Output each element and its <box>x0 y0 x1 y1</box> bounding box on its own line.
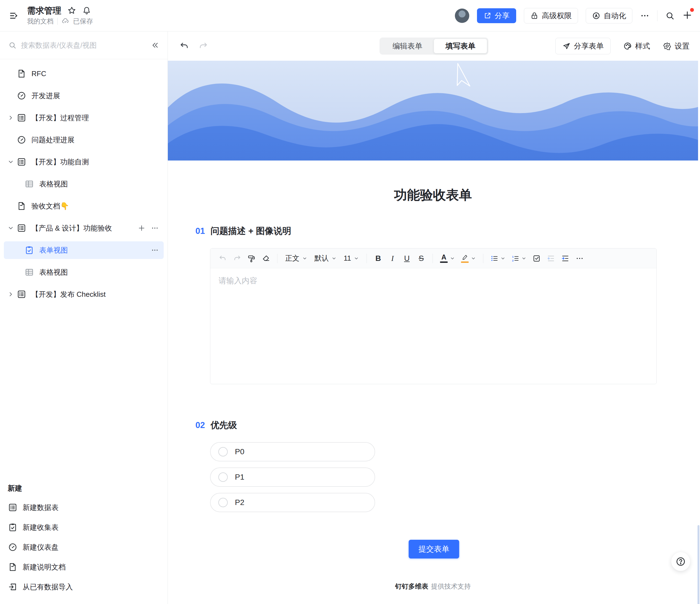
main-area: 编辑表单填写表单 分享表单 样式 设置 <box>168 31 700 604</box>
format-painter-icon[interactable] <box>245 252 258 265</box>
help-button[interactable] <box>671 552 690 571</box>
radio-icon[interactable] <box>218 498 228 507</box>
new-item-label: 新建仪表盘 <box>23 543 58 552</box>
lock-icon <box>530 11 539 20</box>
sidebar-item[interactable]: 【开发】发布 Checklist <box>4 285 164 303</box>
radio-label: P1 <box>235 473 244 481</box>
automation-button[interactable]: 自动化 <box>586 8 632 23</box>
breadcrumb[interactable]: 我的文档 <box>27 18 54 25</box>
table-icon <box>17 157 26 167</box>
sidebar-item[interactable]: 表格视图 <box>4 263 164 281</box>
new-item[interactable]: 新建数据表 <box>0 499 168 516</box>
sidebar-new-section: 新建 新建数据表新建收集表新建仪表盘新建说明文档从已有数据导入 <box>0 483 168 598</box>
grid-icon <box>24 267 34 277</box>
priority-option-p2[interactable]: P2 <box>210 493 375 512</box>
highlight-color-button[interactable] <box>459 252 478 265</box>
font-family-select[interactable]: 默认 <box>311 252 339 265</box>
new-item[interactable]: 从已有数据导入 <box>0 578 168 596</box>
sidebar-item[interactable]: 开发进展 <box>4 87 164 105</box>
table-icon <box>17 223 26 233</box>
bullet-list-button[interactable] <box>488 252 508 265</box>
sidebar-item[interactable]: 【开发】功能自测 <box>4 153 164 171</box>
new-item-label: 从已有数据导入 <box>23 582 73 592</box>
eraser-icon[interactable] <box>259 252 272 265</box>
more-options-icon[interactable] <box>151 246 159 254</box>
text-color-button[interactable]: A <box>438 252 457 265</box>
share-form-button[interactable]: 分享表单 <box>555 38 610 54</box>
section-1-header: 01 问题描述 + 图像说明 <box>195 225 291 237</box>
add-view-icon[interactable] <box>138 224 146 232</box>
brand-name[interactable]: 钉钉多维表 <box>395 582 428 590</box>
font-size-select[interactable]: 11 <box>341 252 361 265</box>
radio-icon[interactable] <box>218 447 228 456</box>
cloud-saved-icon <box>61 17 69 25</box>
chevron-spacer <box>7 202 15 210</box>
settings-button[interactable]: 设置 <box>663 41 690 51</box>
advanced-permissions-button[interactable]: 高级权限 <box>524 8 578 23</box>
chevron-right-icon[interactable] <box>7 290 15 298</box>
sidebar-item[interactable]: 表单视图 <box>4 241 164 259</box>
svg-text:1: 1 <box>512 255 514 258</box>
underline-button[interactable]: U <box>401 252 413 265</box>
share-button[interactable]: 分享 <box>477 8 516 23</box>
scrollbar-thumb[interactable] <box>698 525 699 604</box>
chevron-spacer <box>7 268 15 277</box>
editor-undo-icon[interactable] <box>217 252 229 265</box>
priority-option-p0[interactable]: P0 <box>210 442 375 462</box>
settings-label: 设置 <box>675 41 690 51</box>
priority-option-p1[interactable]: P1 <box>210 468 375 487</box>
submit-form-button[interactable]: 提交表单 <box>409 540 459 558</box>
chevron-down-icon[interactable] <box>7 224 15 232</box>
more-menu-icon[interactable] <box>640 11 649 20</box>
tab-fill-form[interactable]: 填写表单 <box>434 39 487 53</box>
sidebar-item[interactable]: 验收文档👇 <box>4 197 164 215</box>
sidebar-item[interactable]: 问题处理进展 <box>4 131 164 149</box>
sidebar-item-label: 【开发】过程管理 <box>31 113 89 123</box>
editor-input[interactable]: 请输入内容 <box>210 268 656 293</box>
sidebar-item[interactable]: RFC <box>4 65 164 82</box>
search-icon[interactable] <box>665 11 675 20</box>
checklist-button[interactable] <box>530 252 543 265</box>
outdent-button[interactable] <box>545 252 557 265</box>
form-icon <box>8 522 18 532</box>
add-button[interactable] <box>682 10 692 21</box>
new-item[interactable]: 新建仪表盘 <box>0 539 168 556</box>
new-section-list: 新建数据表新建收集表新建仪表盘新建说明文档从已有数据导入 <box>0 499 168 596</box>
sidebar-search[interactable]: 搜索数据表/仪表盘/视图 <box>0 31 168 59</box>
support-text: 提供技术支持 <box>431 582 471 590</box>
indent-button[interactable] <box>559 252 572 265</box>
chevron-down-icon[interactable] <box>7 158 15 166</box>
paragraph-style-value: 正文 <box>285 254 299 263</box>
tab-edit-form[interactable]: 编辑表单 <box>381 39 434 53</box>
strikethrough-button[interactable]: S <box>415 252 428 265</box>
editor-redo-icon[interactable] <box>231 252 244 265</box>
share-icon <box>483 12 491 20</box>
more-formatting-icon[interactable] <box>573 252 586 265</box>
collapse-sidebar-icon[interactable] <box>151 41 159 49</box>
priority-options: P0P1P2 <box>210 442 375 512</box>
new-item[interactable]: 新建说明文档 <box>0 558 168 576</box>
user-avatar[interactable] <box>455 8 469 23</box>
redo-icon[interactable] <box>198 41 208 51</box>
sidebar-item[interactable]: 【产品 & 设计】功能验收 <box>4 219 164 237</box>
favorite-star-icon[interactable] <box>67 6 76 15</box>
text-color-swatch <box>440 261 448 263</box>
italic-button[interactable]: I <box>386 252 399 265</box>
numbered-list-button[interactable]: 12 <box>509 252 529 265</box>
new-item[interactable]: 新建收集表 <box>0 519 168 536</box>
chevron-spacer <box>7 91 15 100</box>
automation-label: 自动化 <box>604 11 626 21</box>
dashboard-icon <box>8 542 18 552</box>
sidebar-item[interactable]: 表格视图 <box>4 175 164 193</box>
rich-text-editor[interactable]: 正文 默认 11 B I U S A <box>210 248 657 384</box>
bold-button[interactable]: B <box>372 252 384 265</box>
notification-bell-icon[interactable] <box>82 6 91 15</box>
paragraph-style-select[interactable]: 正文 <box>282 252 310 265</box>
style-button[interactable]: 样式 <box>623 41 650 51</box>
chevron-right-icon[interactable] <box>7 114 15 122</box>
radio-icon[interactable] <box>218 472 228 482</box>
undo-icon[interactable] <box>179 41 189 51</box>
more-options-icon[interactable] <box>151 224 159 232</box>
sidebar-toggle-icon[interactable] <box>8 10 19 21</box>
sidebar-item[interactable]: 【开发】过程管理 <box>4 109 164 127</box>
